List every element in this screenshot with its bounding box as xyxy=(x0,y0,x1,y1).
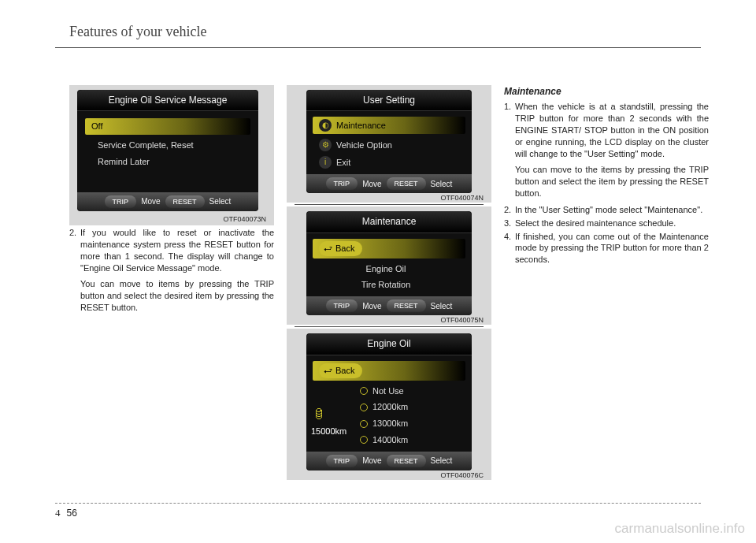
row-label: Exit xyxy=(336,157,350,169)
col3-item3: 3. Select the desired maintenance schedu… xyxy=(504,218,709,229)
screenC-title: Engine Oil xyxy=(306,333,472,355)
screenA-footer: TRIP Move RESET Select xyxy=(306,174,472,193)
item-number: 3. xyxy=(504,218,515,229)
screenA-row-vehicle[interactable]: ⚙ Vehicle Option xyxy=(313,136,465,154)
screenC-opt-12000[interactable]: 12000km xyxy=(354,399,465,415)
screenB-body: ⮐ Back Engine Oil Tire Rotation xyxy=(306,233,472,297)
col1-item2: 2. If you would like to reset or inactiv… xyxy=(69,227,274,273)
row-label: Maintenance xyxy=(336,120,386,132)
screenA-wrap: User Setting ◐ Maintenance ⚙ Vehicle Opt… xyxy=(287,85,491,203)
screen1-row-complete[interactable]: Service Complete, Reset xyxy=(85,137,250,154)
gear-icon: ⚙ xyxy=(319,139,332,151)
row-label: 14000km xyxy=(372,434,408,446)
row-label: Not Use xyxy=(372,385,404,397)
item-number: 2. xyxy=(504,204,515,216)
screenC-side-km: 15000km xyxy=(311,426,346,437)
select-label: Select xyxy=(431,301,453,312)
item-text: If you would like to reset or inactivate… xyxy=(80,227,274,273)
gauge-icon: ◐ xyxy=(319,119,332,132)
screenB-title: Maintenance xyxy=(306,211,472,232)
col3-item4: 4. If finished, you can come out of the … xyxy=(504,231,709,266)
move-label: Move xyxy=(141,196,160,207)
screen-engine-oil-msg: Engine Oil Service Message Off Service C… xyxy=(77,90,258,211)
item-text: If finished, you can come out of the Mai… xyxy=(515,231,709,266)
page-minor: 56 xyxy=(67,508,77,519)
column-2: User Setting ◐ Maintenance ⚙ Vehicle Opt… xyxy=(287,85,491,482)
screenC-row-back[interactable]: ⮐ Back xyxy=(313,361,465,381)
page-number: 4 56 xyxy=(55,507,77,519)
screenA-body: ◐ Maintenance ⚙ Vehicle Option i Exit xyxy=(306,111,472,174)
col1-note: You can move to items by pressing the TR… xyxy=(80,278,274,314)
trip-pill[interactable]: TRIP xyxy=(105,195,137,208)
screenC-caption: OTF040076C xyxy=(295,470,484,480)
radio-icon xyxy=(360,387,368,395)
radio-icon xyxy=(360,420,368,428)
screen1-row-off[interactable]: Off xyxy=(85,118,250,135)
screenB-row-tire[interactable]: Tire Rotation xyxy=(313,277,465,293)
row-label: Tire Rotation xyxy=(361,279,411,291)
row-label: 13000km xyxy=(372,418,408,430)
screenC-wrap: Engine Oil ⮐ Back Not Use 12000km 13000k… xyxy=(287,329,491,480)
column-3: Maintenance 1. When the vehicle is at a … xyxy=(504,85,709,267)
screenB-row-back[interactable]: ⮐ Back xyxy=(313,239,465,258)
screen-user-setting: User Setting ◐ Maintenance ⚙ Vehicle Opt… xyxy=(306,90,472,193)
item-number: 4. xyxy=(504,231,515,266)
screenA-row-exit[interactable]: i Exit xyxy=(313,154,465,171)
screen1-body: Off Service Complete, Reset Remind Later xyxy=(77,111,258,192)
trip-pill[interactable]: TRIP xyxy=(326,177,358,190)
screen-engine-oil: Engine Oil ⮐ Back Not Use 12000km 13000k… xyxy=(306,333,472,470)
select-label: Select xyxy=(431,456,453,467)
screenC-opt-notuse[interactable]: Not Use xyxy=(354,383,465,400)
row-label: 12000km xyxy=(372,401,408,413)
screenC-opt-13000[interactable]: 13000km xyxy=(354,415,465,432)
divider xyxy=(295,204,484,205)
screenB-footer: TRIP Move RESET Select xyxy=(306,296,472,315)
trip-pill[interactable]: TRIP xyxy=(326,299,358,312)
screen1-caption: OTF040073N xyxy=(77,214,266,224)
screenA-row-maintenance[interactable]: ◐ Maintenance xyxy=(313,117,465,134)
column-1: Engine Oil Service Message Off Service C… xyxy=(69,85,274,318)
screenA-caption: OTF040074N xyxy=(295,193,484,203)
item-number: 1. xyxy=(504,101,515,159)
item-text: Select the desired maintenance schedule. xyxy=(515,218,709,229)
move-label: Move xyxy=(362,301,381,312)
back-arrow-icon: ⮐ Back xyxy=(319,241,362,256)
radio-icon xyxy=(360,404,368,411)
reset-pill[interactable]: RESET xyxy=(387,455,426,467)
col3-item1: 1. When the vehicle is at a standstill, … xyxy=(504,101,709,159)
screenC-opt-14000[interactable]: 14000km xyxy=(354,432,465,448)
radio-icon xyxy=(360,436,368,444)
footer-rule xyxy=(55,503,701,504)
screenB-row-oil[interactable]: Engine Oil xyxy=(313,261,465,277)
exit-icon: i xyxy=(319,156,332,169)
row-label: Remind Later xyxy=(98,156,150,168)
reset-pill[interactable]: RESET xyxy=(387,299,426,312)
screenB-wrap: Maintenance ⮐ Back Engine Oil Tire Rotat… xyxy=(287,206,491,325)
item-text: In the "User Setting" mode select "Maint… xyxy=(515,204,709,216)
reset-pill[interactable]: RESET xyxy=(165,195,205,208)
screen-maintenance: Maintenance ⮐ Back Engine Oil Tire Rotat… xyxy=(306,211,472,315)
section-number: 4 xyxy=(55,507,61,519)
row-label: Service Complete, Reset xyxy=(98,139,194,151)
screenA-title: User Setting xyxy=(306,90,472,111)
item-text: When the vehicle is at a standstill, pre… xyxy=(515,101,709,159)
reset-pill[interactable]: RESET xyxy=(387,177,426,190)
back-arrow-icon: ⮐ Back xyxy=(319,363,362,378)
row-label: Vehicle Option xyxy=(336,139,392,151)
screen1-footer: TRIP Move RESET Select xyxy=(77,192,258,211)
col3-item1-note: You can move to the items by pressing th… xyxy=(515,164,709,199)
move-label: Move xyxy=(362,179,381,190)
header-rule xyxy=(55,47,701,48)
screen1-wrap: Engine Oil Service Message Off Service C… xyxy=(69,85,274,225)
oil-can-icon: 🛢 xyxy=(313,406,325,423)
maintenance-heading: Maintenance xyxy=(504,85,709,98)
page-header: Features of your vehicle xyxy=(69,24,206,40)
trip-pill[interactable]: TRIP xyxy=(326,455,358,467)
watermark: carmanualsonline.info xyxy=(615,521,745,537)
screen1-title: Engine Oil Service Message xyxy=(77,90,258,111)
item-number: 2. xyxy=(69,227,80,273)
select-label: Select xyxy=(209,196,232,207)
row-label: Off xyxy=(91,121,102,132)
screenC-footer: TRIP Move RESET Select xyxy=(306,452,472,470)
screen1-row-remind[interactable]: Remind Later xyxy=(85,154,250,170)
